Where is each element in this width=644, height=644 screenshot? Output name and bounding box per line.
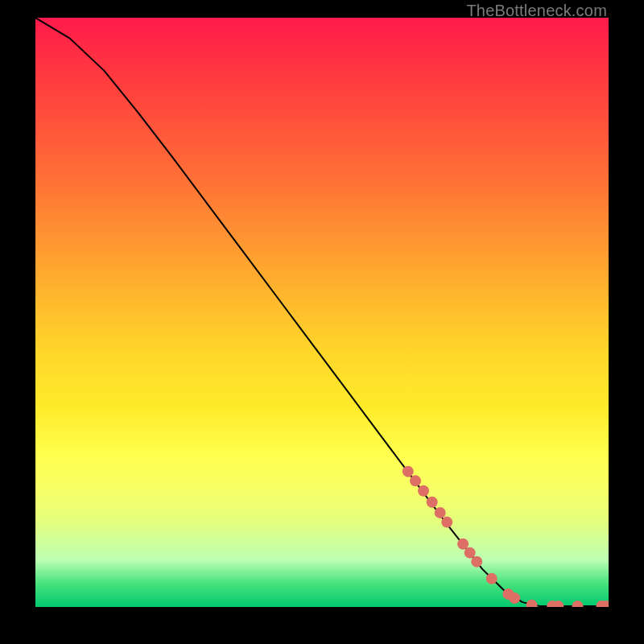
curve-line (35, 18, 609, 606)
chart-overlay (35, 18, 609, 607)
data-marker (471, 556, 482, 568)
data-marker (410, 475, 421, 486)
data-marker (441, 517, 452, 528)
data-marker (526, 600, 538, 607)
data-marker (402, 466, 414, 477)
data-marker (418, 485, 429, 497)
data-marker (427, 497, 438, 508)
data-marker (464, 547, 476, 559)
data-marker (457, 539, 469, 550)
marker-group (402, 466, 609, 607)
data-marker (509, 592, 520, 604)
data-marker (572, 601, 584, 607)
chart-container: TheBottleneck.com (0, 0, 644, 644)
data-marker (435, 507, 446, 518)
data-marker (486, 573, 497, 584)
